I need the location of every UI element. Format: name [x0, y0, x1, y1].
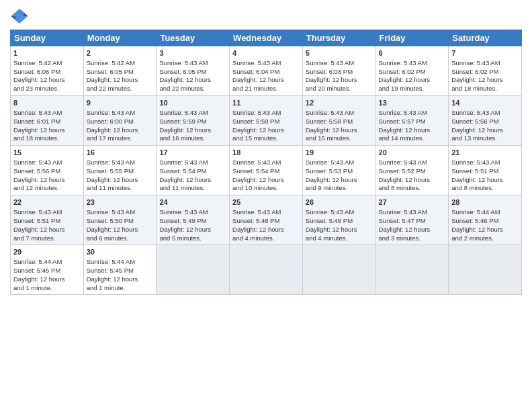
- weekday-header: Tuesday: [157, 30, 230, 46]
- day-detail: Sunrise: 5:43 AM: [87, 109, 154, 118]
- calendar-cell: 21Sunrise: 5:43 AMSunset: 5:51 PMDayligh…: [449, 146, 522, 195]
- day-detail: Daylight: 12 hours: [379, 226, 446, 234]
- calendar-week-row: 8Sunrise: 5:43 AMSunset: 6:01 PMDaylight…: [11, 96, 522, 146]
- header: [10, 7, 522, 26]
- weekday-header: Thursday: [302, 30, 375, 46]
- day-detail: Daylight: 12 hours: [451, 176, 519, 185]
- day-detail: Sunrise: 5:43 AM: [232, 59, 300, 68]
- calendar-cell: 22Sunrise: 5:43 AMSunset: 5:51 PMDayligh…: [11, 195, 84, 245]
- day-detail: Daylight: 12 hours: [13, 176, 81, 185]
- day-detail: Sunset: 6:02 PM: [379, 68, 446, 77]
- day-detail: Sunrise: 5:43 AM: [232, 109, 300, 118]
- day-detail: Daylight: 12 hours: [159, 126, 226, 135]
- calendar-week-row: 29Sunrise: 5:44 AMSunset: 5:45 PMDayligh…: [11, 245, 522, 295]
- calendar-cell: 8Sunrise: 5:43 AMSunset: 6:01 PMDaylight…: [11, 96, 84, 146]
- calendar-cell: [230, 245, 303, 295]
- day-detail: and 17 minutes.: [87, 134, 154, 143]
- day-detail: Daylight: 12 hours: [159, 76, 226, 85]
- weekday-header: Saturday: [449, 30, 522, 46]
- day-number: 8: [13, 98, 81, 108]
- header-row: SundayMondayTuesdayWednesdayThursdayFrid…: [11, 30, 522, 46]
- day-detail: Sunrise: 5:43 AM: [159, 208, 226, 217]
- day-detail: Daylight: 12 hours: [232, 226, 300, 234]
- page: SundayMondayTuesdayWednesdayThursdayFrid…: [0, 0, 532, 411]
- calendar-cell: 19Sunrise: 5:43 AMSunset: 5:53 PMDayligh…: [302, 146, 375, 195]
- day-detail: Sunset: 5:56 PM: [13, 167, 81, 176]
- day-detail: and 15 minutes.: [306, 134, 373, 143]
- day-detail: and 23 minutes.: [13, 85, 81, 93]
- day-detail: and 21 minutes.: [232, 85, 300, 93]
- day-detail: Daylight: 12 hours: [159, 226, 226, 234]
- day-detail: Daylight: 12 hours: [451, 126, 519, 135]
- day-detail: and 9 minutes.: [306, 184, 373, 193]
- day-number: 25: [232, 197, 300, 208]
- day-detail: Daylight: 12 hours: [379, 126, 446, 135]
- day-detail: and 2 minutes.: [451, 234, 519, 243]
- day-detail: and 3 minutes.: [379, 234, 446, 243]
- calendar-cell: 10Sunrise: 5:43 AMSunset: 5:59 PMDayligh…: [157, 96, 230, 146]
- day-detail: and 22 minutes.: [87, 85, 154, 93]
- day-detail: and 7 minutes.: [13, 234, 81, 243]
- day-detail: Sunrise: 5:43 AM: [87, 208, 154, 217]
- day-detail: Sunrise: 5:42 AM: [87, 59, 154, 68]
- day-detail: Sunset: 5:54 PM: [232, 167, 300, 176]
- day-detail: Sunrise: 5:42 AM: [13, 59, 81, 68]
- day-detail: Sunset: 5:46 PM: [451, 217, 519, 226]
- calendar-cell: 16Sunrise: 5:43 AMSunset: 5:55 PMDayligh…: [83, 146, 157, 195]
- day-detail: Daylight: 12 hours: [87, 176, 154, 185]
- day-detail: Sunrise: 5:43 AM: [451, 158, 519, 167]
- day-detail: and 1 minute.: [87, 284, 154, 293]
- day-detail: Sunrise: 5:43 AM: [232, 208, 300, 217]
- day-detail: and 16 minutes.: [159, 134, 226, 143]
- day-detail: Sunrise: 5:43 AM: [379, 208, 446, 217]
- day-number: 20: [379, 148, 446, 158]
- weekday-header: Wednesday: [230, 30, 303, 46]
- day-detail: Daylight: 12 hours: [87, 76, 154, 85]
- day-detail: and 4 minutes.: [232, 234, 300, 243]
- day-detail: and 12 minutes.: [13, 184, 81, 193]
- day-detail: Sunset: 5:51 PM: [13, 217, 81, 226]
- day-number: 2: [87, 48, 154, 58]
- calendar-cell: [375, 245, 449, 295]
- day-number: 5: [306, 48, 373, 58]
- calendar-cell: 17Sunrise: 5:43 AMSunset: 5:54 PMDayligh…: [157, 146, 230, 195]
- calendar-cell: 5Sunrise: 5:43 AMSunset: 6:03 PMDaylight…: [302, 46, 375, 96]
- calendar-cell: 14Sunrise: 5:43 AMSunset: 5:56 PMDayligh…: [449, 96, 522, 146]
- day-number: 9: [87, 98, 154, 108]
- day-detail: and 18 minutes.: [13, 134, 81, 143]
- day-detail: Daylight: 12 hours: [306, 226, 373, 234]
- day-detail: Sunset: 6:01 PM: [13, 118, 81, 126]
- calendar-cell: 6Sunrise: 5:43 AMSunset: 6:02 PMDaylight…: [375, 46, 449, 96]
- day-detail: Sunset: 6:05 PM: [87, 68, 154, 77]
- day-number: 6: [379, 48, 446, 58]
- day-detail: Daylight: 12 hours: [232, 126, 300, 135]
- day-detail: and 13 minutes.: [451, 134, 519, 143]
- day-detail: Sunrise: 5:43 AM: [87, 158, 154, 167]
- day-number: 26: [306, 197, 373, 208]
- day-detail: and 22 minutes.: [159, 85, 226, 93]
- calendar-cell: 26Sunrise: 5:43 AMSunset: 5:48 PMDayligh…: [302, 195, 375, 245]
- calendar-cell: 15Sunrise: 5:43 AMSunset: 5:56 PMDayligh…: [11, 146, 84, 195]
- calendar-cell: [449, 245, 522, 295]
- day-detail: Sunset: 5:58 PM: [306, 118, 373, 126]
- day-detail: Daylight: 12 hours: [451, 226, 519, 234]
- day-detail: Daylight: 12 hours: [13, 226, 81, 234]
- day-detail: Sunset: 5:52 PM: [379, 167, 446, 176]
- day-number: 27: [379, 197, 446, 208]
- day-detail: Sunset: 5:57 PM: [379, 118, 446, 126]
- calendar-cell: 23Sunrise: 5:43 AMSunset: 5:50 PMDayligh…: [83, 195, 157, 245]
- calendar-cell: 1Sunrise: 5:42 AMSunset: 6:06 PMDaylight…: [11, 46, 84, 96]
- day-detail: and 20 minutes.: [306, 85, 373, 93]
- calendar-week-row: 1Sunrise: 5:42 AMSunset: 6:06 PMDaylight…: [11, 46, 522, 96]
- day-detail: Sunrise: 5:43 AM: [451, 109, 519, 118]
- day-number: 3: [159, 48, 226, 58]
- day-detail: Sunrise: 5:43 AM: [379, 109, 446, 118]
- day-detail: and 10 minutes.: [232, 184, 300, 193]
- day-detail: Sunrise: 5:43 AM: [13, 158, 81, 167]
- day-number: 4: [232, 48, 300, 58]
- day-detail: Daylight: 12 hours: [379, 76, 446, 85]
- day-detail: Sunset: 5:48 PM: [232, 217, 300, 226]
- calendar-cell: [157, 245, 230, 295]
- day-detail: Daylight: 12 hours: [87, 226, 154, 234]
- calendar-cell: 12Sunrise: 5:43 AMSunset: 5:58 PMDayligh…: [302, 96, 375, 146]
